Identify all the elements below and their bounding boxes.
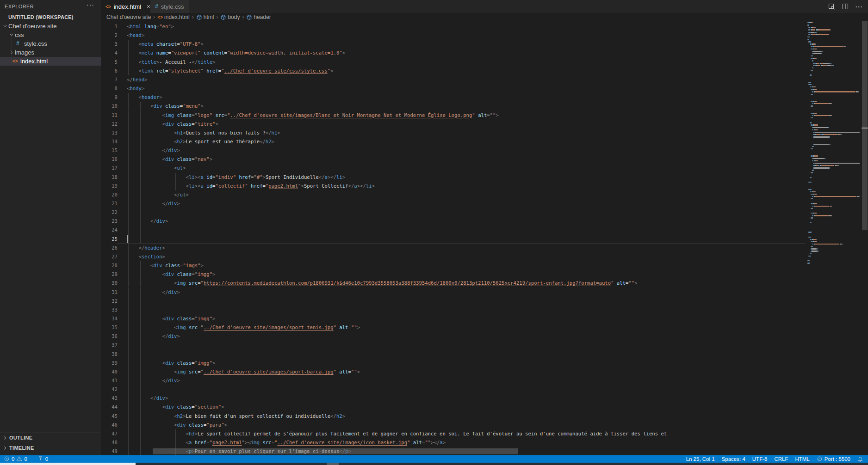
vertical-scrollbar-thumb[interactable] bbox=[862, 21, 868, 230]
symbol-cube-icon bbox=[196, 14, 202, 20]
code-line[interactable]: <section> bbox=[127, 252, 165, 261]
code-line[interactable]: </head> bbox=[127, 75, 148, 84]
status-cursor-position[interactable]: Ln 25, Col 1 bbox=[686, 455, 715, 463]
code-line[interactable]: <h3>Le sport collectif permet de s'épano… bbox=[127, 429, 667, 438]
code-line[interactable]: <body> bbox=[127, 84, 144, 93]
status-bar-left: 0 0 0 bbox=[4, 455, 48, 463]
code-line[interactable]: </div> bbox=[127, 199, 180, 208]
breadcrumb-label: index.html bbox=[164, 14, 190, 20]
code-line[interactable]: <html lang="en"> bbox=[127, 22, 174, 31]
indent-guide bbox=[128, 226, 129, 234]
explorer-title: EXPLORER bbox=[5, 4, 34, 9]
indent-guide bbox=[140, 341, 141, 349]
breadcrumb-item-html[interactable]: html bbox=[196, 14, 214, 20]
tab-index.html[interactable]: <>index.html bbox=[101, 0, 157, 13]
code-line[interactable]: </div> bbox=[127, 288, 180, 297]
line-number: 8 bbox=[101, 84, 118, 93]
code-line[interactable]: <meta charset="UTF-8"> bbox=[127, 40, 204, 49]
section-label: TIMELINE bbox=[9, 445, 34, 451]
breadcrumb-item-header[interactable]: header bbox=[246, 14, 271, 20]
code-line[interactable]: <h1>Quels sont nos bien faits ?</h1> bbox=[127, 128, 280, 137]
code-line[interactable]: <head> bbox=[127, 31, 144, 40]
code-line[interactable]: </div> bbox=[127, 394, 168, 403]
line-number: 37 bbox=[101, 341, 118, 349]
sidebar-section-timeline[interactable]: TIMELINE bbox=[0, 443, 101, 453]
workspace-root-row[interactable]: UNTITLED (WORKSPACE) bbox=[0, 13, 101, 22]
code-line[interactable]: <img src="../Chef d'oeuvre site/images/s… bbox=[127, 323, 360, 332]
code-line[interactable]: <meta name="viewport" content="width=dev… bbox=[127, 49, 345, 57]
open-preview-icon[interactable] bbox=[826, 1, 837, 12]
code-line[interactable]: </div> bbox=[127, 217, 168, 226]
more-actions-icon[interactable]: ··· bbox=[854, 1, 864, 12]
problems-button[interactable]: 0 0 bbox=[4, 455, 27, 463]
html-file-icon: <> bbox=[105, 4, 111, 9]
code-line[interactable]: <div class="para"> bbox=[127, 421, 227, 429]
status-encoding[interactable]: UTF-8 bbox=[752, 455, 768, 463]
code-area[interactable]: 1<html lang="en">2<head>3 <meta charset=… bbox=[101, 21, 806, 455]
breadcrumb: Chef d'oeuvre site›<>index.html›html›bod… bbox=[106, 13, 271, 21]
editor-actions: ··· bbox=[826, 0, 864, 13]
vertical-scrollbar[interactable] bbox=[862, 21, 868, 455]
indent-guide bbox=[128, 235, 129, 244]
explorer-more-actions-button[interactable]: ··· bbox=[87, 1, 94, 8]
breadcrumb-item-body[interactable]: body bbox=[220, 14, 240, 20]
ports-button[interactable]: 0 bbox=[37, 455, 48, 463]
code-line[interactable]: <a href="page2.html"><img src="../Chef d… bbox=[127, 438, 446, 447]
sidebar-item-index.html[interactable]: <>index.html bbox=[0, 57, 101, 66]
code-line[interactable]: <title>- Acceuil -</title> bbox=[127, 58, 215, 67]
code-line[interactable]: </div> bbox=[127, 146, 180, 155]
code-line[interactable]: <div class="nav"> bbox=[127, 155, 212, 164]
indent-guide bbox=[128, 385, 129, 394]
code-line[interactable]: <link rel="stylesheet" href="../Chef d'o… bbox=[127, 67, 334, 75]
code-line[interactable]: <header> bbox=[127, 93, 162, 102]
code-line[interactable]: </div> bbox=[127, 332, 180, 341]
line-number: 19 bbox=[101, 182, 118, 190]
tab-style.css[interactable]: #style.css bbox=[150, 0, 189, 13]
code-line[interactable]: <div class="imgg"> bbox=[127, 314, 215, 323]
split-editor-icon[interactable] bbox=[840, 1, 850, 12]
sidebar-item-images[interactable]: images bbox=[0, 48, 101, 57]
tree-item-label: style.css bbox=[24, 39, 47, 48]
code-line[interactable]: <li><a id="collectif" href="page2.html">… bbox=[127, 182, 375, 190]
code-line[interactable]: <li><a id="indiv" href="#">Sport Individ… bbox=[127, 173, 345, 182]
indent-guide bbox=[140, 306, 141, 314]
code-editor[interactable]: 1<html lang="en">2<head>3 <meta charset=… bbox=[101, 21, 868, 455]
code-line[interactable]: <div class="section"> bbox=[127, 403, 224, 411]
sidebar-section-outline[interactable]: OUTLINE bbox=[0, 433, 101, 443]
code-line[interactable]: </header> bbox=[127, 244, 165, 252]
code-line[interactable]: </div> bbox=[127, 376, 180, 385]
code-line[interactable]: <h2>Le bien fait d'un sport collectif ou… bbox=[127, 412, 345, 421]
code-line[interactable]: <img src="../Chef d'oeuvre site/images/s… bbox=[127, 367, 360, 376]
code-line[interactable]: <div class="menu"> bbox=[127, 102, 204, 110]
status-label: UTF-8 bbox=[752, 456, 768, 462]
breadcrumb-item-chef-d-oeuvre-site[interactable]: Chef d'oeuvre site bbox=[106, 14, 151, 20]
code-line[interactable]: <ul> bbox=[127, 164, 186, 172]
code-line[interactable]: <h2>Le sport est une thérapie</h2> bbox=[127, 137, 274, 146]
code-line[interactable]: <img src="https://contents.mediadecathlo… bbox=[127, 279, 638, 288]
status-indentation[interactable]: Spaces: 4 bbox=[722, 455, 745, 463]
sidebar-item-css[interactable]: css bbox=[0, 31, 101, 39]
sidebar-item-style.css[interactable]: #style.css bbox=[0, 39, 101, 48]
status-bar-right: Ln 25, Col 1Spaces: 4UTF-8CRLFHTMLPort :… bbox=[686, 455, 863, 463]
status-live-server-port[interactable]: Port : 5500 bbox=[817, 455, 850, 463]
code-line[interactable]: <div class="imgg"> bbox=[127, 270, 215, 279]
minimap[interactable] bbox=[806, 21, 862, 455]
line-number: 25 bbox=[101, 235, 118, 244]
indent-guide bbox=[128, 297, 129, 306]
code-line[interactable]: </ul> bbox=[127, 190, 189, 199]
notifications-bell-icon[interactable] bbox=[857, 455, 863, 463]
code-line[interactable]: <div class="imgs"> bbox=[127, 261, 204, 270]
line-number: 16 bbox=[101, 155, 118, 164]
status-language-mode[interactable]: HTML bbox=[795, 455, 809, 463]
css-file-icon: # bbox=[16, 39, 19, 48]
code-line[interactable]: <img class="logo" src="../Chef d'oeuvre … bbox=[127, 111, 499, 120]
code-line[interactable]: <div class="imgg"> bbox=[127, 359, 215, 367]
horizontal-scrollbar[interactable] bbox=[153, 448, 518, 454]
status-eol[interactable]: CRLF bbox=[774, 455, 788, 463]
line-number: 27 bbox=[101, 252, 118, 261]
breadcrumb-item-index.html[interactable]: <>index.html bbox=[157, 14, 189, 20]
code-line[interactable]: <div class="titre"> bbox=[127, 120, 218, 128]
warning-icon bbox=[16, 456, 22, 463]
sidebar-item-chef-d-oeuvre-site[interactable]: Chef d'oeuvre site bbox=[0, 22, 101, 31]
breadcrumb-separator: › bbox=[216, 14, 218, 20]
